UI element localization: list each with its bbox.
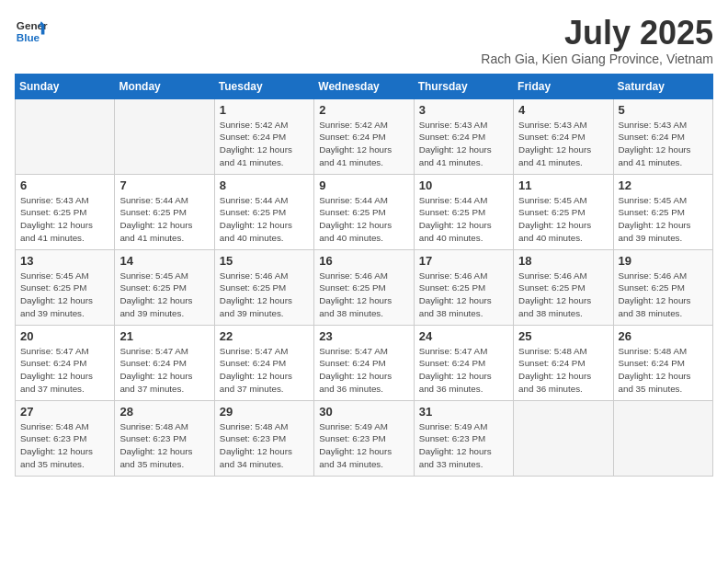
calendar-cell: 29Sunrise: 5:48 AM Sunset: 6:23 PM Dayli…	[214, 400, 313, 476]
calendar-header: SundayMondayTuesdayWednesdayThursdayFrid…	[16, 74, 713, 98]
day-info: Sunrise: 5:44 AM Sunset: 6:25 PM Dayligh…	[319, 194, 408, 245]
calendar-cell: 12Sunrise: 5:45 AM Sunset: 6:25 PM Dayli…	[613, 174, 712, 249]
weekday-header: Monday	[115, 74, 214, 98]
weekday-header: Saturday	[613, 74, 712, 98]
logo: General Blue	[15, 15, 48, 48]
day-number: 9	[319, 178, 408, 192]
calendar-cell	[613, 400, 712, 476]
day-info: Sunrise: 5:48 AM Sunset: 6:24 PM Dayligh…	[518, 345, 608, 396]
day-number: 23	[319, 329, 408, 343]
day-number: 31	[419, 405, 508, 419]
calendar-cell: 11Sunrise: 5:45 AM Sunset: 6:25 PM Dayli…	[514, 174, 613, 249]
calendar-cell: 16Sunrise: 5:46 AM Sunset: 6:25 PM Dayli…	[314, 249, 414, 325]
calendar-cell: 27Sunrise: 5:48 AM Sunset: 6:23 PM Dayli…	[16, 400, 115, 476]
day-number: 18	[518, 254, 608, 268]
calendar-cell: 1Sunrise: 5:42 AM Sunset: 6:24 PM Daylig…	[214, 98, 313, 174]
day-info: Sunrise: 5:42 AM Sunset: 6:24 PM Dayligh…	[220, 119, 309, 169]
calendar-week-row: 27Sunrise: 5:48 AM Sunset: 6:23 PM Dayli…	[16, 400, 713, 476]
calendar-cell: 9Sunrise: 5:44 AM Sunset: 6:25 PM Daylig…	[314, 174, 414, 249]
day-number: 25	[518, 329, 608, 343]
day-number: 4	[518, 103, 608, 117]
day-info: Sunrise: 5:46 AM Sunset: 6:25 PM Dayligh…	[220, 270, 309, 320]
calendar-week-row: 1Sunrise: 5:42 AM Sunset: 6:24 PM Daylig…	[16, 98, 713, 174]
calendar-cell: 31Sunrise: 5:49 AM Sunset: 6:23 PM Dayli…	[414, 400, 513, 476]
day-info: Sunrise: 5:43 AM Sunset: 6:24 PM Dayligh…	[619, 119, 708, 169]
day-info: Sunrise: 5:42 AM Sunset: 6:24 PM Dayligh…	[319, 119, 408, 169]
day-info: Sunrise: 5:48 AM Sunset: 6:23 PM Dayligh…	[20, 420, 109, 471]
calendar-cell: 30Sunrise: 5:49 AM Sunset: 6:23 PM Dayli…	[314, 400, 414, 476]
weekday-header: Friday	[514, 74, 613, 98]
day-info: Sunrise: 5:45 AM Sunset: 6:25 PM Dayligh…	[619, 194, 708, 245]
day-number: 24	[419, 329, 508, 343]
calendar-cell: 17Sunrise: 5:46 AM Sunset: 6:25 PM Dayli…	[414, 249, 513, 325]
day-info: Sunrise: 5:45 AM Sunset: 6:25 PM Dayligh…	[119, 270, 209, 320]
weekday-header: Thursday	[414, 74, 513, 98]
title-area: July 2025 Rach Gia, Kien Giang Province,…	[481, 15, 713, 66]
calendar-cell: 28Sunrise: 5:48 AM Sunset: 6:23 PM Dayli…	[115, 400, 214, 476]
calendar-cell: 18Sunrise: 5:46 AM Sunset: 6:25 PM Dayli…	[514, 249, 613, 325]
calendar-body: 1Sunrise: 5:42 AM Sunset: 6:24 PM Daylig…	[16, 98, 713, 476]
day-info: Sunrise: 5:46 AM Sunset: 6:25 PM Dayligh…	[619, 270, 708, 320]
calendar-cell	[16, 98, 115, 174]
day-info: Sunrise: 5:47 AM Sunset: 6:24 PM Dayligh…	[20, 345, 109, 396]
day-info: Sunrise: 5:49 AM Sunset: 6:23 PM Dayligh…	[419, 420, 508, 471]
day-info: Sunrise: 5:44 AM Sunset: 6:25 PM Dayligh…	[220, 194, 309, 245]
day-info: Sunrise: 5:47 AM Sunset: 6:24 PM Dayligh…	[319, 345, 408, 396]
day-info: Sunrise: 5:48 AM Sunset: 6:24 PM Dayligh…	[619, 345, 708, 396]
weekday-header: Tuesday	[214, 74, 313, 98]
weekday-row: SundayMondayTuesdayWednesdayThursdayFrid…	[16, 74, 713, 98]
day-info: Sunrise: 5:47 AM Sunset: 6:24 PM Dayligh…	[119, 345, 209, 396]
day-number: 26	[619, 329, 708, 343]
day-info: Sunrise: 5:48 AM Sunset: 6:23 PM Dayligh…	[220, 420, 309, 471]
day-number: 13	[20, 254, 109, 268]
day-number: 28	[119, 405, 209, 419]
calendar-table: SundayMondayTuesdayWednesdayThursdayFrid…	[15, 74, 713, 477]
day-number: 22	[220, 329, 309, 343]
svg-text:Blue: Blue	[17, 31, 40, 43]
day-number: 14	[119, 254, 209, 268]
day-info: Sunrise: 5:43 AM Sunset: 6:25 PM Dayligh…	[20, 194, 109, 245]
day-info: Sunrise: 5:46 AM Sunset: 6:25 PM Dayligh…	[419, 270, 508, 320]
calendar-cell	[514, 400, 613, 476]
day-info: Sunrise: 5:44 AM Sunset: 6:25 PM Dayligh…	[419, 194, 508, 245]
calendar-cell: 3Sunrise: 5:43 AM Sunset: 6:24 PM Daylig…	[414, 98, 513, 174]
calendar-cell: 26Sunrise: 5:48 AM Sunset: 6:24 PM Dayli…	[613, 325, 712, 400]
calendar-cell: 25Sunrise: 5:48 AM Sunset: 6:24 PM Dayli…	[514, 325, 613, 400]
calendar-cell: 22Sunrise: 5:47 AM Sunset: 6:24 PM Dayli…	[214, 325, 313, 400]
day-info: Sunrise: 5:46 AM Sunset: 6:25 PM Dayligh…	[518, 270, 608, 320]
calendar-cell: 6Sunrise: 5:43 AM Sunset: 6:25 PM Daylig…	[16, 174, 115, 249]
calendar-cell: 10Sunrise: 5:44 AM Sunset: 6:25 PM Dayli…	[414, 174, 513, 249]
calendar-cell: 7Sunrise: 5:44 AM Sunset: 6:25 PM Daylig…	[115, 174, 214, 249]
calendar-cell: 14Sunrise: 5:45 AM Sunset: 6:25 PM Dayli…	[115, 249, 214, 325]
day-info: Sunrise: 5:43 AM Sunset: 6:24 PM Dayligh…	[518, 119, 608, 169]
calendar-week-row: 6Sunrise: 5:43 AM Sunset: 6:25 PM Daylig…	[16, 174, 713, 249]
day-number: 8	[220, 178, 309, 192]
calendar-cell: 20Sunrise: 5:47 AM Sunset: 6:24 PM Dayli…	[16, 325, 115, 400]
day-number: 2	[319, 103, 408, 117]
day-info: Sunrise: 5:48 AM Sunset: 6:23 PM Dayligh…	[119, 420, 209, 471]
calendar-cell: 19Sunrise: 5:46 AM Sunset: 6:25 PM Dayli…	[613, 249, 712, 325]
day-number: 10	[419, 178, 508, 192]
month-title: July 2025	[481, 15, 713, 52]
calendar-cell: 15Sunrise: 5:46 AM Sunset: 6:25 PM Dayli…	[214, 249, 313, 325]
day-info: Sunrise: 5:46 AM Sunset: 6:25 PM Dayligh…	[319, 270, 408, 320]
weekday-header: Wednesday	[314, 74, 414, 98]
page-header: General Blue July 2025 Rach Gia, Kien Gi…	[15, 15, 713, 66]
calendar-cell: 4Sunrise: 5:43 AM Sunset: 6:24 PM Daylig…	[514, 98, 613, 174]
calendar-cell: 23Sunrise: 5:47 AM Sunset: 6:24 PM Dayli…	[314, 325, 414, 400]
location: Rach Gia, Kien Giang Province, Vietnam	[481, 52, 713, 66]
day-info: Sunrise: 5:47 AM Sunset: 6:24 PM Dayligh…	[419, 345, 508, 396]
weekday-header: Sunday	[16, 74, 115, 98]
day-number: 19	[619, 254, 708, 268]
calendar-cell: 8Sunrise: 5:44 AM Sunset: 6:25 PM Daylig…	[214, 174, 313, 249]
calendar-cell: 2Sunrise: 5:42 AM Sunset: 6:24 PM Daylig…	[314, 98, 414, 174]
calendar-cell: 5Sunrise: 5:43 AM Sunset: 6:24 PM Daylig…	[613, 98, 712, 174]
logo-icon: General Blue	[15, 15, 48, 48]
day-number: 16	[319, 254, 408, 268]
day-number: 3	[419, 103, 508, 117]
day-number: 11	[518, 178, 608, 192]
calendar-cell: 13Sunrise: 5:45 AM Sunset: 6:25 PM Dayli…	[16, 249, 115, 325]
day-number: 27	[20, 405, 109, 419]
calendar-week-row: 13Sunrise: 5:45 AM Sunset: 6:25 PM Dayli…	[16, 249, 713, 325]
day-number: 29	[220, 405, 309, 419]
